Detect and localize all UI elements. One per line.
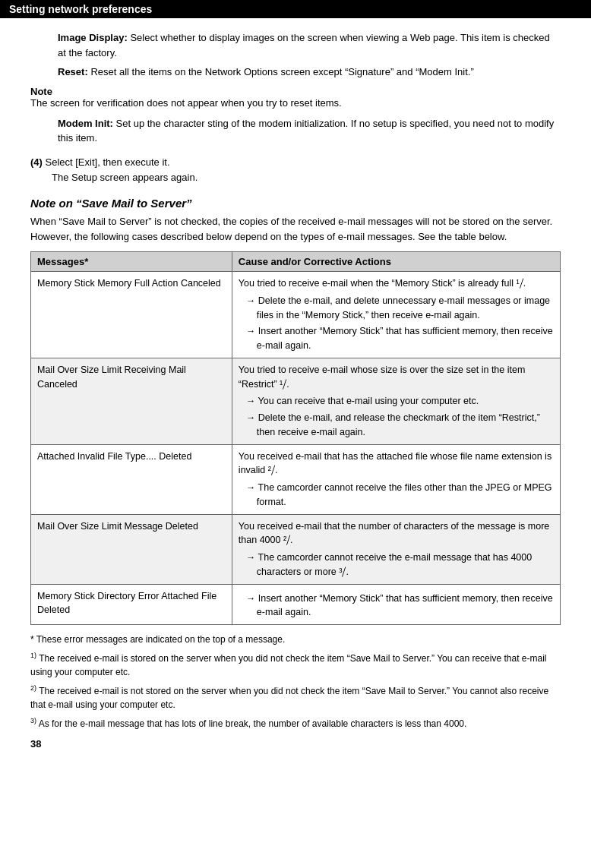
table-cell-message: Memory Stick Memory Full Action Canceled xyxy=(31,272,232,358)
page-content: Image Display: Select whether to display… xyxy=(0,18,591,765)
footnote-2-text: The received e-mail is not stored on the… xyxy=(30,686,548,710)
table-row: Mail Over Size Limit Message DeletedYou … xyxy=(31,514,561,584)
modem-init-label: Modem Init: xyxy=(58,118,113,129)
action-bullet: → Insert another “Memory Stick” that has… xyxy=(246,324,554,353)
messages-table: Messages* Cause and/or Corrective Action… xyxy=(30,251,561,625)
action-bullet: → You can receive that e-mail using your… xyxy=(246,394,554,409)
note-block: Note The screen for verification does no… xyxy=(30,86,561,109)
action-main-text: You received e-mail that the number of c… xyxy=(239,519,554,548)
footnote-2: 2) The received e-mail is not stored on … xyxy=(30,683,561,712)
image-display-para: Image Display: Select whether to display… xyxy=(30,30,561,60)
intro-block: Image Display: Select whether to display… xyxy=(30,30,561,146)
col1-header: Messages* xyxy=(31,252,232,272)
reset-label: Reset: xyxy=(58,66,88,77)
action-bullet: → The camcorder cannot receive the e-mai… xyxy=(246,551,554,579)
table-cell-action: You tried to receive e-mail when the “Me… xyxy=(232,272,560,358)
step-block: (4) Select [Exit], then execute it. The … xyxy=(30,155,561,187)
action-main-text: You tried to receive e-mail when the “Me… xyxy=(239,276,554,291)
footnote-1: 1) The received e-mail is stored on the … xyxy=(30,651,561,679)
section-heading: Note on “Save Mail to Server” xyxy=(30,197,561,210)
reset-text: Reset all the items on the Network Optio… xyxy=(90,66,473,77)
table-row: Mail Over Size Limit Receiving Mail Canc… xyxy=(31,358,561,444)
page-number: 38 xyxy=(30,738,561,750)
modem-init-text: Set up the character sting of the modem … xyxy=(58,118,554,144)
footnote-1-text: The received e-mail is stored on the ser… xyxy=(30,653,546,677)
step-line2: The Setup screen appears again. xyxy=(30,172,198,183)
table-cell-action: You tried to receive e-mail whose size i… xyxy=(232,358,560,444)
modem-init-para: Modem Init: Set up the character sting o… xyxy=(30,116,561,146)
table-cell-message: Attached Invalid File Type.... Deleted xyxy=(31,444,232,514)
table-row: Attached Invalid File Type.... DeletedYo… xyxy=(31,444,561,514)
action-bullet: → The camcorder cannot receive the files… xyxy=(246,481,554,510)
image-display-label: Image Display: xyxy=(58,32,128,43)
table-cell-message: Memory Stick Directory Error Attached Fi… xyxy=(31,584,232,625)
table-cell-action: → Insert another “Memory Stick” that has… xyxy=(232,584,560,625)
footnote-3: 3) As for the e-mail message that has lo… xyxy=(30,716,561,731)
step-line1: Select [Exit], then execute it. xyxy=(46,156,170,168)
table-cell-action: You received e-mail that has the attache… xyxy=(232,444,560,514)
footnote-3-text: As for the e-mail message that has lots … xyxy=(39,718,467,729)
table-row: Memory Stick Directory Error Attached Fi… xyxy=(31,584,561,625)
action-bullet: → Delete the e-mail, and delete unnecess… xyxy=(246,294,554,323)
image-display-text: Select whether to display images on the … xyxy=(58,32,550,58)
col2-header: Cause and/or Corrective Actions xyxy=(232,252,560,272)
section-intro: When “Save Mail to Server” is not checke… xyxy=(30,214,561,244)
reset-para: Reset: Reset all the items on the Networ… xyxy=(30,65,561,80)
action-bullet: → Delete the e-mail, and release the che… xyxy=(246,411,554,440)
action-main-text: You tried to receive e-mail whose size i… xyxy=(239,363,554,392)
footnote-asterisk: * These error messages are indicated on … xyxy=(30,633,561,646)
action-main-text: You received e-mail that has the attache… xyxy=(239,450,554,478)
table-row: Memory Stick Memory Full Action Canceled… xyxy=(31,272,561,358)
note-text: The screen for verification does not app… xyxy=(30,97,561,109)
table-cell-action: You received e-mail that the number of c… xyxy=(232,514,560,584)
action-bullet: → Insert another “Memory Stick” that has… xyxy=(246,592,554,620)
page-header: Setting network preferences xyxy=(0,0,591,18)
table-cell-message: Mail Over Size Limit Receiving Mail Canc… xyxy=(31,358,232,444)
table-cell-message: Mail Over Size Limit Message Deleted xyxy=(31,514,232,584)
note-title: Note xyxy=(30,86,561,97)
step-number: (4) xyxy=(30,156,43,168)
footnote-block: * These error messages are indicated on … xyxy=(30,633,561,731)
